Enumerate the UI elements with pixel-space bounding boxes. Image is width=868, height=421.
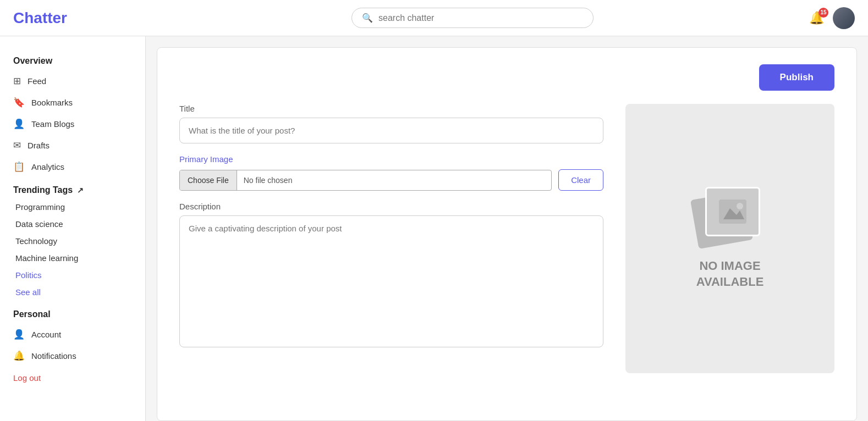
sidebar-item-label: Account bbox=[31, 330, 61, 339]
sidebar-item-analytics[interactable]: 📋 Analytics bbox=[0, 156, 145, 178]
bookmark-icon: 🔖 bbox=[13, 97, 25, 108]
sidebar-item-feed[interactable]: ⊞ Feed bbox=[0, 70, 145, 92]
personal-label: Personal bbox=[0, 305, 145, 324]
description-label: Description bbox=[179, 202, 603, 211]
sidebar-item-label: Feed bbox=[28, 76, 46, 86]
notification-badge: 15 bbox=[818, 8, 828, 18]
tag-data-science[interactable]: Data science bbox=[0, 215, 145, 232]
sidebar-item-account[interactable]: 👤 Account bbox=[0, 324, 145, 345]
see-all-link[interactable]: See all bbox=[0, 284, 145, 301]
clear-button[interactable]: Clear bbox=[558, 169, 603, 191]
trending-label: Trending Tags bbox=[13, 185, 73, 195]
header-right: 🔔 15 bbox=[789, 7, 855, 29]
drafts-icon: ✉ bbox=[13, 140, 21, 151]
layout: Overview ⊞ Feed 🔖 Bookmarks 👤 Team Blogs… bbox=[0, 36, 868, 421]
account-icon: 👤 bbox=[13, 329, 25, 340]
sidebar-item-bookmarks[interactable]: 🔖 Bookmarks bbox=[0, 92, 145, 113]
header: Chatter 🔍 🔔 15 bbox=[0, 0, 868, 36]
sidebar-item-label: Bookmarks bbox=[31, 98, 73, 107]
tag-programming[interactable]: Programming bbox=[0, 198, 145, 215]
tag-technology[interactable]: Technology bbox=[0, 232, 145, 250]
primary-image-label: Primary Image bbox=[179, 154, 603, 164]
choose-file-button[interactable]: Choose File bbox=[180, 170, 237, 190]
file-name-display: No file chosen bbox=[237, 170, 551, 190]
sidebar-item-label: Notifications bbox=[31, 351, 76, 361]
form-right: NO IMAGEAVAILABLE bbox=[625, 104, 834, 373]
form-layout: Title Primary Image Choose File No file … bbox=[179, 104, 834, 373]
sidebar-item-label: Drafts bbox=[28, 141, 50, 150]
sidebar-item-drafts[interactable]: ✉ Drafts bbox=[0, 135, 145, 156]
tag-politics[interactable]: Politics bbox=[0, 267, 145, 284]
logo: Chatter bbox=[13, 9, 156, 27]
personal-section: Personal 👤 Account 🔔 Notifications bbox=[0, 305, 145, 367]
notifications-button[interactable]: 🔔 15 bbox=[809, 11, 824, 25]
search-bar: 🔍 bbox=[351, 8, 594, 28]
tag-machine-learning[interactable]: Machine learning bbox=[0, 250, 145, 267]
sidebar-item-label: Team Blogs bbox=[31, 119, 74, 129]
avatar[interactable] bbox=[833, 7, 855, 29]
avatar-image bbox=[833, 7, 855, 29]
title-input[interactable] bbox=[179, 118, 603, 143]
feed-icon: ⊞ bbox=[13, 75, 21, 87]
svg-point-2 bbox=[737, 203, 743, 209]
notifications-icon: 🔔 bbox=[13, 350, 25, 362]
no-image-text: NO IMAGEAVAILABLE bbox=[696, 258, 764, 290]
file-row: Choose File No file chosen Clear bbox=[179, 169, 603, 191]
overview-label: Overview bbox=[0, 52, 145, 70]
analytics-icon: 📋 bbox=[13, 161, 25, 173]
publish-button[interactable]: Publish bbox=[759, 64, 834, 91]
description-textarea[interactable] bbox=[179, 215, 603, 347]
sidebar-item-team-blogs[interactable]: 👤 Team Blogs bbox=[0, 113, 145, 135]
publish-row: Publish bbox=[179, 64, 834, 91]
main-content: Publish Title Primary Image Choose File … bbox=[146, 36, 868, 421]
trending-tags-header: Trending Tags ↗ bbox=[0, 178, 145, 198]
search-icon: 🔍 bbox=[362, 13, 373, 23]
team-icon: 👤 bbox=[13, 118, 25, 130]
form-left: Title Primary Image Choose File No file … bbox=[179, 104, 603, 373]
sidebar: Overview ⊞ Feed 🔖 Bookmarks 👤 Team Blogs… bbox=[0, 36, 146, 421]
sidebar-item-label: Analytics bbox=[31, 162, 64, 171]
logout-button[interactable]: Log out bbox=[0, 367, 145, 389]
search-input[interactable] bbox=[378, 13, 583, 23]
title-label: Title bbox=[179, 104, 603, 113]
trending-arrow-icon: ↗ bbox=[77, 186, 84, 195]
mountain-icon bbox=[719, 200, 746, 224]
file-input-wrapper: Choose File No file chosen bbox=[179, 170, 552, 191]
no-image-icon bbox=[694, 187, 766, 247]
no-image-placeholder: NO IMAGEAVAILABLE bbox=[625, 104, 834, 373]
image-placeholder-front bbox=[705, 187, 760, 236]
sidebar-item-notifications[interactable]: 🔔 Notifications bbox=[0, 345, 145, 367]
content-card: Publish Title Primary Image Choose File … bbox=[157, 47, 857, 421]
